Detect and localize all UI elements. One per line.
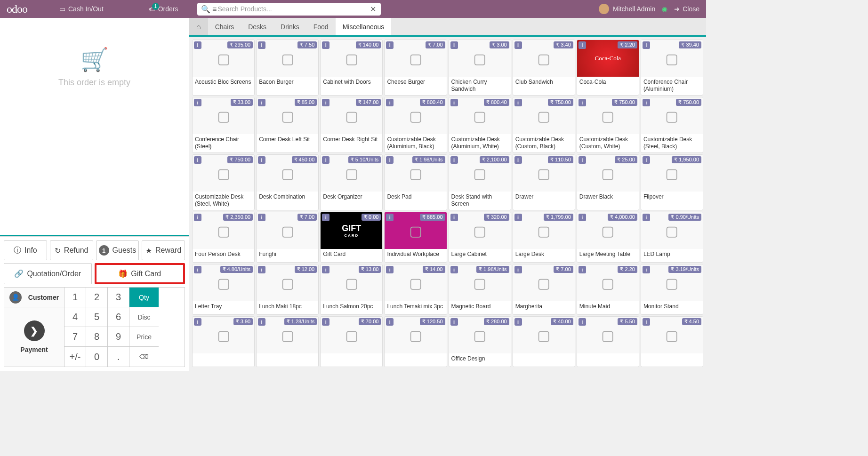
numpad-key[interactable]: 8	[86, 327, 108, 347]
product-card[interactable]: ▢i₹ 3.90	[192, 316, 255, 367]
product-info-icon[interactable]: i	[643, 214, 650, 221]
product-card[interactable]: ▢i₹ 1.98/UnitsMagnetic Board	[449, 264, 511, 315]
product-info-icon[interactable]: i	[579, 266, 586, 273]
close-button[interactable]: ➜ Close	[674, 5, 699, 13]
product-info-icon[interactable]: i	[514, 156, 522, 164]
product-card[interactable]: ▢i₹ 40.00	[513, 316, 575, 367]
product-card[interactable]: ▢i₹ 5.10/UnitsDesk Organizer	[320, 154, 383, 210]
product-card[interactable]: ▢i₹ 7.00Margherita	[513, 264, 575, 315]
product-card[interactable]: ▢i₹ 750.00Customizable Desk (Custom, Whi…	[577, 97, 639, 153]
product-info-icon[interactable]: i	[194, 318, 201, 326]
product-card[interactable]: ▢i₹ 4,000.00Large Meeting Table	[577, 212, 639, 263]
product-card[interactable]: Coca-Colai₹ 2.20Coca-Cola	[577, 40, 639, 96]
category-tab[interactable]: Chairs	[208, 18, 241, 35]
orders-button[interactable]: 🏷 1 Orders	[140, 5, 187, 13]
product-info-icon[interactable]: i	[643, 156, 650, 164]
product-card[interactable]: ▢i₹ 2,100.00Desk Stand with Screen	[449, 154, 511, 210]
product-card[interactable]: ▢i₹ 4.50	[641, 316, 703, 367]
product-card[interactable]: ▢i₹ 3.40Club Sandwich	[513, 40, 575, 96]
product-card[interactable]: GIFT— CARD —i₹ 0.00Gift Card	[320, 212, 383, 263]
product-info-icon[interactable]: i	[450, 41, 458, 49]
category-tab[interactable]: Drinks	[273, 18, 306, 35]
product-card[interactable]: ▢i₹ 1,799.00Large Desk	[513, 212, 575, 263]
search-input[interactable]	[197, 3, 381, 16]
quotation-button[interactable]: 🔗Quotation/Order	[4, 263, 92, 284]
product-info-icon[interactable]: i	[258, 99, 265, 106]
product-info-icon[interactable]: i	[322, 214, 330, 221]
numpad-key[interactable]: 2	[86, 288, 108, 307]
product-card[interactable]: ▢i₹ 750.00Customizable Desk (Custom, Bla…	[513, 97, 575, 153]
product-card[interactable]: ▢i₹ 13.80Lunch Salmon 20pc	[320, 264, 383, 315]
product-info-icon[interactable]: i	[643, 99, 650, 106]
product-info-icon[interactable]: i	[322, 266, 330, 273]
home-category[interactable]: ⌂	[189, 18, 208, 35]
product-info-icon[interactable]: i	[386, 214, 394, 221]
mode-key[interactable]: Qty	[129, 288, 159, 307]
product-card[interactable]: ▢i₹ 3.00Chicken Curry Sandwich	[449, 40, 511, 96]
product-info-icon[interactable]: i	[258, 266, 265, 273]
numpad-key[interactable]: 1	[64, 288, 86, 307]
product-info-icon[interactable]: i	[579, 41, 586, 49]
product-card[interactable]: ▢i₹ 70.00	[320, 316, 383, 367]
numpad-key[interactable]: 3	[108, 288, 129, 307]
refund-button[interactable]: ↻Refund	[50, 240, 93, 260]
product-info-icon[interactable]: i	[258, 156, 265, 164]
product-info-icon[interactable]: i	[194, 266, 201, 273]
product-info-icon[interactable]: i	[514, 214, 522, 221]
product-info-icon[interactable]: i	[386, 318, 394, 326]
product-info-icon[interactable]: i	[258, 318, 265, 326]
product-card[interactable]: ▢i₹ 1,950.00Flipover	[641, 154, 703, 210]
product-info-icon[interactable]: i	[450, 214, 458, 221]
product-info-icon[interactable]: i	[258, 41, 265, 49]
product-info-icon[interactable]: i	[514, 99, 522, 106]
mode-key[interactable]: Disc	[129, 307, 159, 327]
product-card[interactable]: ▢i₹ 750.00Customizable Desk (Steel, Blac…	[641, 97, 703, 153]
numpad-key[interactable]: 5	[86, 307, 108, 327]
product-card[interactable]: ▢i₹ 280.00Office Design	[449, 316, 511, 367]
category-tab[interactable]: Food	[306, 18, 336, 35]
product-card[interactable]: ▢i₹ 7.00Funghi	[256, 212, 319, 263]
product-card[interactable]: ▢i₹ 120.50	[384, 316, 447, 367]
product-card[interactable]: ▢i₹ 140.00Cabinet with Doors	[320, 40, 383, 96]
product-info-icon[interactable]: i	[194, 99, 201, 106]
customer-button[interactable]: 👤 Customer	[4, 288, 64, 307]
product-card[interactable]: ▢i₹ 2.20Minute Maid	[577, 264, 639, 315]
product-card[interactable]: ▢i₹ 450.00Desk Combination	[256, 154, 319, 210]
product-card[interactable]: ▢i₹ 39.40Conference Chair (Aluminium)	[641, 40, 703, 96]
product-card[interactable]: ▢i₹ 800.40Customizable Desk (Aluminium, …	[384, 97, 447, 153]
user-menu[interactable]: Mitchell Admin	[599, 4, 655, 14]
numpad-key[interactable]: 9	[108, 327, 129, 347]
product-card[interactable]: ▢i₹ 3.19/UnitsMonitor Stand	[641, 264, 703, 315]
product-info-icon[interactable]: i	[643, 41, 650, 49]
info-button[interactable]: ⓘInfo	[4, 240, 47, 260]
category-tab[interactable]: Desks	[241, 18, 273, 35]
product-info-icon[interactable]: i	[450, 318, 458, 326]
product-card[interactable]: ▢i₹ 0.90/UnitsLED Lamp	[641, 212, 703, 263]
product-info-icon[interactable]: i	[386, 41, 394, 49]
numpad-key[interactable]: 4	[64, 307, 86, 327]
search-clear-icon[interactable]: ✕	[370, 5, 376, 14]
numpad-key[interactable]: +/-	[64, 347, 86, 367]
product-card[interactable]: ▢i₹ 800.40Customizable Desk (Aluminium, …	[449, 97, 511, 153]
payment-button[interactable]: ❯ Payment	[4, 307, 64, 367]
product-info-icon[interactable]: i	[579, 99, 586, 106]
numpad-key[interactable]: 7	[64, 327, 86, 347]
category-tab[interactable]: Miscellaneous	[336, 18, 392, 35]
product-info-icon[interactable]: i	[579, 318, 586, 326]
product-info-icon[interactable]: i	[322, 41, 330, 49]
product-info-icon[interactable]: i	[514, 41, 522, 49]
product-card[interactable]: ▢i₹ 2,350.00Four Person Desk	[192, 212, 255, 263]
numpad-key[interactable]: 6	[108, 307, 129, 327]
product-info-icon[interactable]: i	[386, 99, 394, 106]
product-info-icon[interactable]: i	[322, 99, 330, 106]
guests-button[interactable]: 1Guests	[96, 240, 139, 260]
product-card[interactable]: ▢i₹ 12.00Lunch Maki 18pc	[256, 264, 319, 315]
product-card[interactable]: ▢i₹ 7.00Cheese Burger	[384, 40, 447, 96]
product-info-icon[interactable]: i	[258, 214, 265, 221]
product-info-icon[interactable]: i	[386, 266, 394, 273]
product-card[interactable]: ▢i₹ 1.98/UnitsDesk Pad	[384, 154, 447, 210]
product-info-icon[interactable]: i	[514, 318, 522, 326]
product-info-icon[interactable]: i	[322, 156, 330, 164]
product-card[interactable]: ▢i₹ 885.00Individual Workplace	[384, 212, 447, 263]
product-card[interactable]: ▢i₹ 110.50Drawer	[513, 154, 575, 210]
